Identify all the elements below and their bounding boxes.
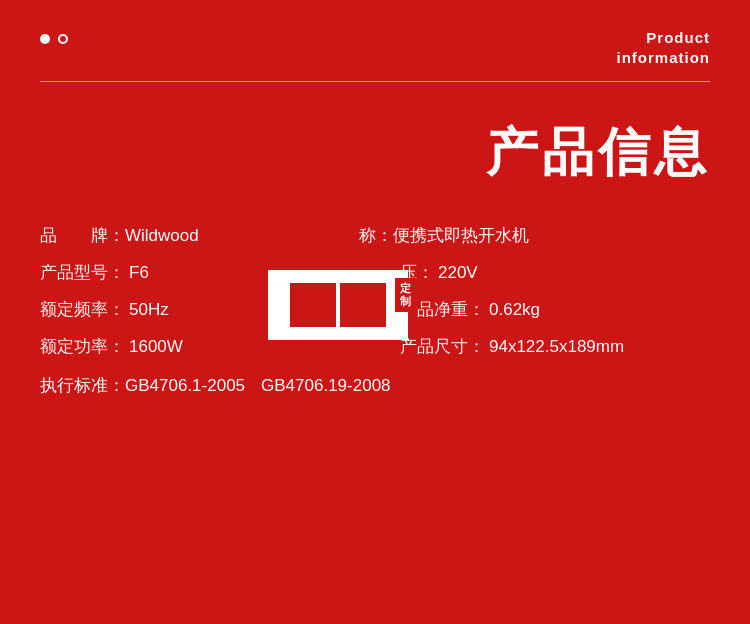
product-image-placeholder: 定 制 [268,270,408,340]
model-label: 产品型号： [40,261,125,284]
voltage-item: 压： 220V [400,261,710,284]
weight-value: 0.62kg [489,300,540,320]
standards-row: 执行标准： GB4706.1-2005 GB4706.19-2008 [40,374,710,397]
power-value: 1600W [129,337,183,357]
red-block-right [340,283,386,327]
size-value: 94x122.5x189mm [489,337,624,357]
image-inner: 定 制 [278,278,398,332]
information-word: information [617,48,711,68]
specs-col-right: 压： 220V 产品净重： 0.62kg 产品尺寸： 94x122.5x189m… [400,261,710,372]
main-title: 产品信息 [0,82,750,188]
frequency-label: 额定频率： [40,298,125,321]
weight-item: 产品净重： 0.62kg [400,298,710,321]
custom-badge: 定 制 [395,278,416,312]
power-label: 额定功率： [40,335,125,358]
product-word: Product [617,28,711,48]
size-item: 产品尺寸： 94x122.5x189mm [400,335,710,358]
product-info-label: Product information [617,28,711,67]
voltage-value: 220V [438,263,478,283]
brand-label: 品 牌： [40,224,125,247]
name-value: 便携式即热开水机 [393,224,529,247]
brand-row: 品 牌： Wildwood 称：便携式即热开水机 [40,224,710,247]
standard-value2: GB4706.19-2008 [261,376,391,396]
brand-value: Wildwood [125,226,199,246]
size-label: 产品尺寸： [400,335,485,358]
standard-value1: GB4706.1-2005 [125,376,245,396]
model-value: F6 [129,263,149,283]
name-label: 称： [359,224,393,247]
top-bar: Product information [0,0,750,67]
dot-inactive [58,34,68,44]
dots-nav [40,28,68,44]
red-block-left [290,283,336,327]
frequency-value: 50Hz [129,300,169,320]
standard-label: 执行标准： [40,374,125,397]
dot-active [40,34,50,44]
